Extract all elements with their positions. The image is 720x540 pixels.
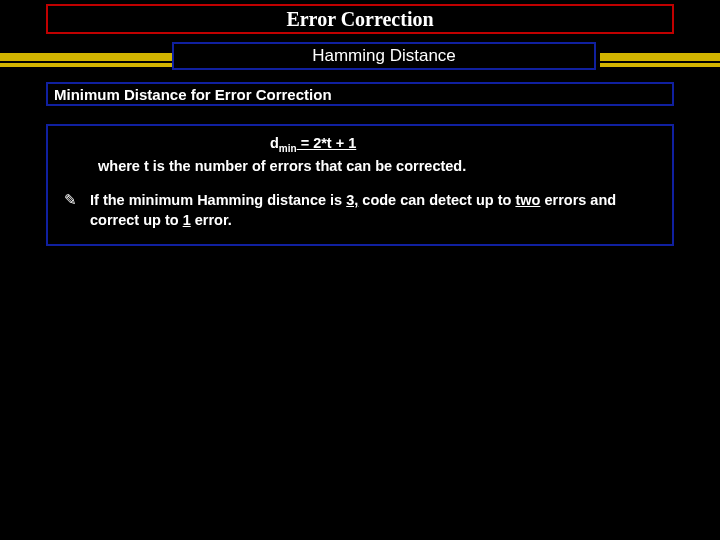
formula-eq: = 2*t + 1 xyxy=(297,135,357,151)
slide-subtitle: Hamming Distance xyxy=(312,46,456,66)
bullet-mid1: code can detect up to xyxy=(358,192,515,208)
stripe-left xyxy=(0,53,172,61)
bullet-row: ✎ If the minimum Hamming distance is 3, … xyxy=(64,191,662,230)
content-box: dmin = 2*t + 1 where t is the number of … xyxy=(46,124,674,246)
subtitle-box: Hamming Distance xyxy=(172,42,596,70)
stripe-right xyxy=(600,53,720,61)
where-line: where t is the number of errors that can… xyxy=(98,157,662,177)
bullet-value-2: two xyxy=(515,192,540,208)
bullet-value-1: 3, xyxy=(346,192,358,208)
formula-d: d xyxy=(270,135,279,151)
formula-line: dmin = 2*t + 1 xyxy=(270,134,662,155)
bullet-text: If the minimum Hamming distance is 3, co… xyxy=(90,191,662,230)
title-box: Error Correction xyxy=(46,4,674,34)
bullet-pre: If the minimum Hamming distance is xyxy=(90,192,346,208)
bullet-value-3: 1 xyxy=(183,212,191,228)
pencil-icon: ✎ xyxy=(64,191,90,209)
formula-sub: min xyxy=(279,143,297,154)
section-heading-box: Minimum Distance for Error Correction xyxy=(46,82,674,106)
section-heading: Minimum Distance for Error Correction xyxy=(54,86,332,103)
slide-title: Error Correction xyxy=(286,8,433,31)
slide: Error Correction Hamming Distance Minimu… xyxy=(0,0,720,540)
bullet-post: error. xyxy=(191,212,232,228)
